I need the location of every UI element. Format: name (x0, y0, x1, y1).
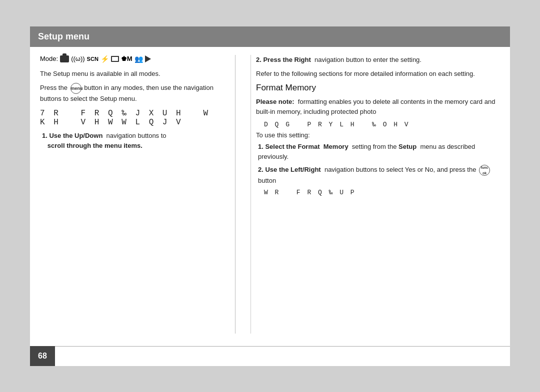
select-step-text: 1. Select the Format Memory setting from… (256, 142, 500, 162)
page-number: 68 (30, 346, 55, 366)
panorama-icon (111, 56, 119, 62)
scn-label: SCN (87, 56, 98, 62)
camera-icon (60, 55, 69, 62)
ok-button-icon: funcok (479, 165, 490, 176)
refer-text: Refer to the following sections for more… (256, 69, 500, 79)
content-area: Mode: ((ω)) SCN ⚡ ♚M 👥 The Set (30, 47, 510, 342)
camM-icon: ♚M (121, 55, 132, 62)
column-divider (235, 55, 236, 334)
use-lr-prefix: 2. Use the Left/Right navigation buttons… (258, 166, 478, 174)
garbled-configure-text: 7 R F R Q ‰ J X U H W K H V H W W L Q J … (40, 109, 215, 127)
page-footer: 68 (30, 346, 510, 366)
left-column: Mode: ((ω)) SCN ⚡ ♚M 👥 The Set (40, 55, 220, 334)
manual-page: Setup menu Mode: ((ω)) SCN ⚡ ♚M 👥 (30, 26, 510, 366)
wifi-icon: ((ω)) (71, 55, 84, 62)
use-left-right-text: 2. Use the Left/Right navigation buttons… (256, 165, 500, 186)
scene-icon: ⚡ (100, 55, 109, 63)
step2-text: 2. Press the Right navigation button to … (256, 55, 500, 65)
right-column: 2. Press the Right navigation button to … (250, 55, 500, 334)
garbled-confirm-text: W R F R Q ‰ U P (264, 189, 500, 196)
page-title: Setup menu (38, 31, 90, 41)
mode-line: Mode: ((ω)) SCN ⚡ ♚M 👥 (40, 55, 215, 63)
format-memory-title: Format Memory (256, 83, 500, 93)
movie-icon (145, 55, 151, 62)
left-body-text: The Setup menu is available in all modes… (40, 69, 215, 104)
faces-icon: 👥 (134, 55, 143, 63)
mode-label: Mode: (40, 55, 58, 62)
para2: Press the menu button in any modes, then… (40, 83, 215, 104)
header-bar: Setup menu (30, 26, 510, 47)
menu-button-icon: menu (70, 83, 82, 94)
para2-prefix: Press the (40, 84, 68, 91)
please-note-text: Please note: formatting enables you to d… (256, 97, 500, 117)
step1-text: 1. Use the Up/Down navigation buttons to… (40, 131, 215, 151)
to-use-label: To use this setting: (256, 131, 500, 139)
use-lr-suffix: button (258, 177, 276, 184)
garbled-and-movies: D Q G P R Y L H ‰ O H V (264, 121, 500, 128)
para1: The Setup menu is available in all modes… (40, 69, 215, 79)
